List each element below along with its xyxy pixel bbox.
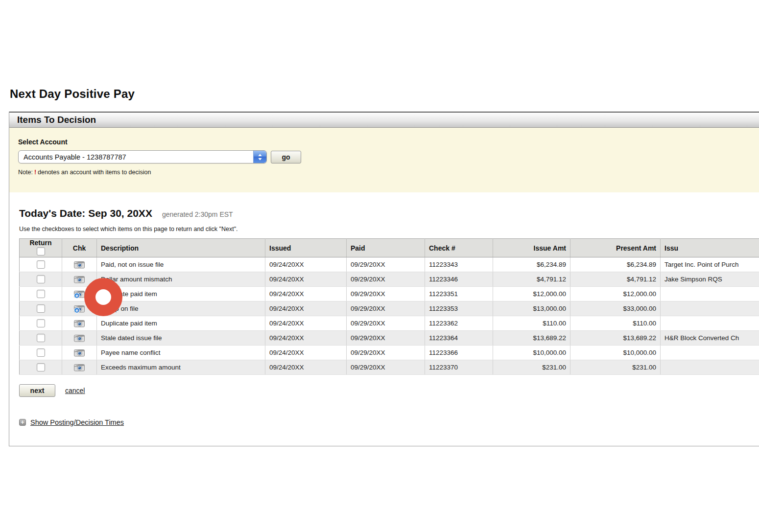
check-number-cell: 11223346: [425, 272, 493, 287]
select-account-label: Select Account: [18, 138, 759, 146]
issued-cell: 09/24/20XX: [265, 346, 347, 360]
account-select[interactable]: Accounts Payable - 1238787787: [18, 150, 267, 163]
svg-text:e: e: [75, 293, 78, 298]
header-issue-payee: Issu: [661, 239, 759, 257]
paid-cell: 09/29/20XX: [347, 360, 425, 375]
chk-cell: [62, 316, 97, 331]
check-number-cell: 11223362: [425, 316, 493, 331]
description-cell: Payee name conflict: [97, 346, 265, 360]
issued-cell: 09/24/20XX: [265, 272, 347, 287]
check-number-cell: 11223351: [425, 287, 493, 301]
items-to-decision-panel: Items To Decision Select Account Account…: [9, 112, 759, 446]
table-row: Dollar amount mismatch09/24/20XX09/29/20…: [20, 272, 759, 287]
note-prefix: Note:: [18, 169, 33, 176]
chk-cell: e: [62, 301, 97, 316]
header-check-number: Check #: [425, 239, 493, 257]
present-amt-cell: $4,791.12: [570, 272, 661, 287]
next-button[interactable]: next: [19, 384, 55, 397]
return-checkbox[interactable]: [37, 334, 45, 342]
items-tbody: Paid, not on issue file09/24/20XX09/29/2…: [20, 257, 759, 375]
svg-text:e: e: [75, 307, 78, 313]
return-cell: [20, 316, 62, 331]
panel-header: Items To Decision: [9, 112, 759, 128]
camera-icon[interactable]: [74, 260, 85, 269]
instruction-text: Use the checkboxes to select which items…: [19, 226, 759, 232]
header-return-label: Return: [29, 239, 51, 247]
table-row: eEStop on file09/24/20XX09/29/20XX112233…: [20, 301, 759, 316]
check-number-cell: 11223366: [425, 346, 493, 360]
header-description: Description: [97, 239, 265, 257]
camera-icon[interactable]: [74, 275, 85, 284]
description-cell: Duplicate paid item: [97, 287, 265, 301]
return-checkbox[interactable]: [37, 290, 45, 298]
check-number-cell: 11223353: [425, 301, 493, 316]
present-amt-cell: $10,000.00: [570, 346, 661, 360]
table-row: Stale dated issue file09/24/20XX09/29/20…: [20, 331, 759, 346]
issued-cell: 09/24/20XX: [265, 360, 347, 375]
camera-icon[interactable]: [74, 319, 85, 328]
table-row: Paid, not on issue file09/24/20XX09/29/2…: [20, 257, 759, 272]
description-cell: Dollar amount mismatch: [97, 272, 265, 287]
expand-plus-icon[interactable]: +: [19, 419, 26, 426]
generated-timestamp: generated 2:30pm EST: [162, 210, 233, 218]
issue-payee-cell: Target Inc. Point of Purch: [661, 257, 759, 272]
description-cell: Exceeds maximum amount: [97, 360, 265, 375]
present-amt-cell: $13,689.22: [570, 331, 661, 346]
select-stepper-icon[interactable]: [253, 151, 266, 163]
issue-payee-cell: [661, 316, 759, 331]
present-amt-cell: $110.00: [570, 316, 661, 331]
table-header-row: Return Chk Description Issued Paid Check…: [20, 239, 759, 257]
header-return: Return: [20, 239, 62, 257]
select-all-checkbox[interactable]: [37, 247, 45, 255]
return-checkbox[interactable]: [37, 260, 45, 269]
return-cell: [20, 257, 62, 272]
issue-payee-cell: [661, 346, 759, 360]
issue-payee-cell: Jake Simpson RQS: [661, 272, 759, 287]
issue-amt-cell: $13,000.00: [493, 301, 570, 316]
description-cell: Paid, not on issue file: [97, 257, 265, 272]
return-checkbox[interactable]: [37, 304, 45, 313]
issue-amt-cell: $6,234.89: [493, 257, 570, 272]
table-row: Payee name conflict09/24/20XX09/29/20XX1…: [20, 346, 759, 360]
go-button[interactable]: go: [271, 151, 301, 163]
table-row: eDuplicate paid item09/24/20XX09/29/20XX…: [20, 287, 759, 301]
camera-icon[interactable]: [74, 363, 85, 372]
issue-payee-cell: [661, 301, 759, 316]
header-paid: Paid: [347, 239, 425, 257]
issue-amt-cell: $110.00: [493, 316, 570, 331]
issued-cell: 09/24/20XX: [265, 287, 347, 301]
cancel-link[interactable]: cancel: [65, 387, 85, 394]
issue-payee-cell: H&R Block Converted Ch: [661, 331, 759, 346]
paid-cell: 09/29/20XX: [347, 316, 425, 331]
present-amt-cell: $6,234.89: [570, 257, 661, 272]
issued-cell: 09/24/20XX: [265, 316, 347, 331]
items-table-container: Return Chk Description Issued Paid Check…: [19, 238, 759, 375]
return-checkbox[interactable]: [37, 348, 45, 357]
return-checkbox[interactable]: [37, 363, 45, 371]
camera-icon[interactable]: [74, 348, 85, 357]
camera-e-icon[interactable]: e: [74, 304, 85, 313]
present-amt-cell: $12,000.00: [570, 287, 661, 301]
issued-cell: 09/24/20XX: [265, 301, 347, 316]
camera-e-icon[interactable]: e: [74, 290, 85, 299]
account-select-value: Accounts Payable - 1238787787: [19, 153, 126, 161]
chk-cell: [62, 346, 97, 360]
issued-cell: 09/24/20XX: [265, 257, 347, 272]
show-posting-decision-times-link[interactable]: Show Posting/Decision Times: [30, 418, 124, 426]
return-cell: [20, 360, 62, 375]
chk-cell: [62, 331, 97, 346]
paid-cell: 09/29/20XX: [347, 272, 425, 287]
paid-cell: 09/29/20XX: [347, 346, 425, 360]
show-times-row: + Show Posting/Decision Times: [19, 418, 759, 426]
issued-cell: 09/24/20XX: [265, 331, 347, 346]
return-checkbox[interactable]: [37, 319, 45, 327]
header-issued: Issued: [265, 239, 347, 257]
header-chk: Chk: [62, 239, 97, 257]
check-number-cell: 11223370: [425, 360, 493, 375]
camera-icon[interactable]: [74, 334, 85, 343]
return-checkbox[interactable]: [37, 275, 45, 283]
header-issue-amt: Issue Amt: [493, 239, 570, 257]
issue-amt-cell: $4,791.12: [493, 272, 570, 287]
paid-cell: 09/29/20XX: [347, 287, 425, 301]
issue-amt-cell: $13,689.22: [493, 331, 570, 346]
